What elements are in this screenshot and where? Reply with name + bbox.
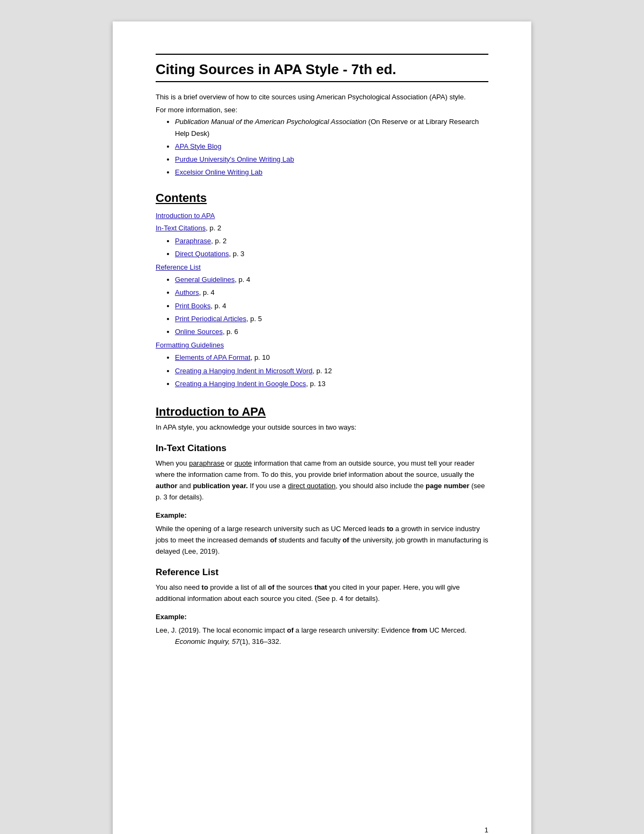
journal-name-italic: Economic Inquiry, 57 [175,637,239,646]
toc-reflist-link[interactable]: Reference List [156,263,201,271]
toc-intext-sub: Paraphrase, p. 2 Direct Quotations, p. 3 [175,235,488,260]
list-item: Purdue University's Online Writing Lab [175,154,488,165]
contents-heading: Contents [156,191,488,205]
list-item: Authors, p. 4 [175,286,488,299]
intro-line1: This is a brief overview of how to cite … [156,92,488,103]
document-page: Citing Sources in APA Style - 7th ed. Th… [113,21,531,834]
title-rule [156,81,488,82]
toc-intext-item: In-Text Citations, p. 2 [156,224,221,232]
list-item: Creating a Hanging Indent in Google Docs… [175,378,488,390]
toc-online-sources-link[interactable]: Online Sources [175,328,223,336]
list-item: Online Sources, p. 6 [175,325,488,338]
apa-style-blog-link[interactable]: APA Style Blog [175,142,221,150]
list-item: Print Books, p. 4 [175,300,488,312]
toc-intext-link[interactable]: In-Text Citations [156,224,206,232]
document-title: Citing Sources in APA Style - 7th ed. [156,61,488,78]
toc-elements-page: , p. 10 [251,353,270,361]
toc-direct-quote-link[interactable]: Direct Quotations [175,250,229,258]
toc-formatting-item: Formatting Guidelines [156,341,224,349]
toc-formatting-sub: Elements of APA Format, p. 10 Creating a… [175,351,488,390]
reflist-example-label: Example: [156,613,488,621]
toc-authors-page: , p. 4 [199,288,215,296]
resources-list: Publication Manual of the American Psych… [175,116,488,178]
pub-year-bold: publication year. [193,482,248,490]
list-item: Excelsior Online Writing Lab [175,166,488,178]
bold-from: from [412,626,427,634]
pub-manual-link: Publication Manual of the American Psych… [175,118,367,126]
toc-hanging-word-link[interactable]: Creating a Hanging Indent in Microsoft W… [175,367,312,375]
toc-print-books-link[interactable]: Print Books [175,302,210,310]
list-item: Publication Manual of the American Psych… [175,116,488,140]
bold-to-provide: to [202,583,208,591]
reference-list-text: You also need to provide a list of all o… [156,582,488,605]
list-item: APA Style Blog [175,141,488,153]
intro-apa-text: In APA style, you acknowledge your outsi… [156,422,488,433]
paraphrase-term: paraphrase [189,459,224,467]
toc-reflist-item: Reference List [156,263,201,271]
list-item: Paraphrase, p. 2 [175,235,488,247]
top-rule [156,54,488,55]
intext-citations-heading: In-Text Citations [156,443,488,454]
toc-hanging-docs-page: , p. 13 [306,380,325,388]
intext-example-label: Example: [156,511,488,519]
purdue-owl-link[interactable]: Purdue University's Online Writing Lab [175,155,294,163]
list-item: Creating a Hanging Indent in Microsoft W… [175,365,488,377]
toc-hanging-docs-link[interactable]: Creating a Hanging Indent in Google Docs [175,380,306,388]
bold-of-impact: of [287,626,294,634]
toc-reflist-sub: General Guidelines, p. 4 Authors, p. 4 P… [175,273,488,338]
page-number: 1 [485,826,488,834]
toc-paraphrase-page: , p. 2 [211,237,226,245]
quote-term: quote [235,459,252,467]
page-number-bold: page number [426,482,470,490]
toc-print-books-page: , p. 4 [210,302,226,310]
toc-online-sources-page: , p. 6 [223,328,238,336]
toc-intro-link[interactable]: Introduction to APA [156,209,488,222]
intext-example-text: While the opening of a large research un… [156,524,488,557]
bold-of-all: of [268,583,274,591]
list-item: Print Periodical Articles, p. 5 [175,313,488,325]
excelsior-link[interactable]: Excelsior Online Writing Lab [175,168,262,176]
toc-general-guidelines-link[interactable]: General Guidelines [175,275,235,284]
toc-print-periodical-link[interactable]: Print Periodical Articles [175,315,246,323]
direct-quotation-term: direct quotation [288,482,335,490]
toc-elements-link[interactable]: Elements of APA Format [175,353,251,361]
reflist-example-entry: Lee, J. (2019). The local economic impac… [156,625,488,648]
reference-list-heading: Reference List [156,567,488,578]
toc-paraphrase-link[interactable]: Paraphrase [175,237,211,245]
bold-of2: of [342,536,349,544]
list-item: General Guidelines, p. 4 [175,273,488,286]
toc-intext-page: , p. 2 [206,224,221,232]
toc-formatting-link[interactable]: Formatting Guidelines [156,341,224,349]
list-item: Elements of APA Format, p. 10 [175,351,488,364]
toc-authors-link[interactable]: Authors [175,288,199,296]
for-more-label: For more information, see: [156,106,488,114]
list-item: Direct Quotations, p. 3 [175,248,488,260]
toc-print-periodical-page: , p. 5 [246,315,262,323]
table-of-contents: Introduction to APA In-Text Citations, p… [156,209,488,390]
toc-general-guidelines-page: , p. 4 [235,275,250,284]
bold-of: of [270,536,276,544]
intro-apa-heading: Introduction to APA [156,405,488,419]
bold-that-you: that [314,583,327,591]
toc-hanging-word-page: , p. 12 [312,367,332,375]
toc-direct-quote-page: , p. 3 [229,250,244,258]
bold-to: to [387,525,393,533]
intext-citations-text: When you paraphrase or quote information… [156,458,488,503]
author-bold: author [156,482,177,490]
